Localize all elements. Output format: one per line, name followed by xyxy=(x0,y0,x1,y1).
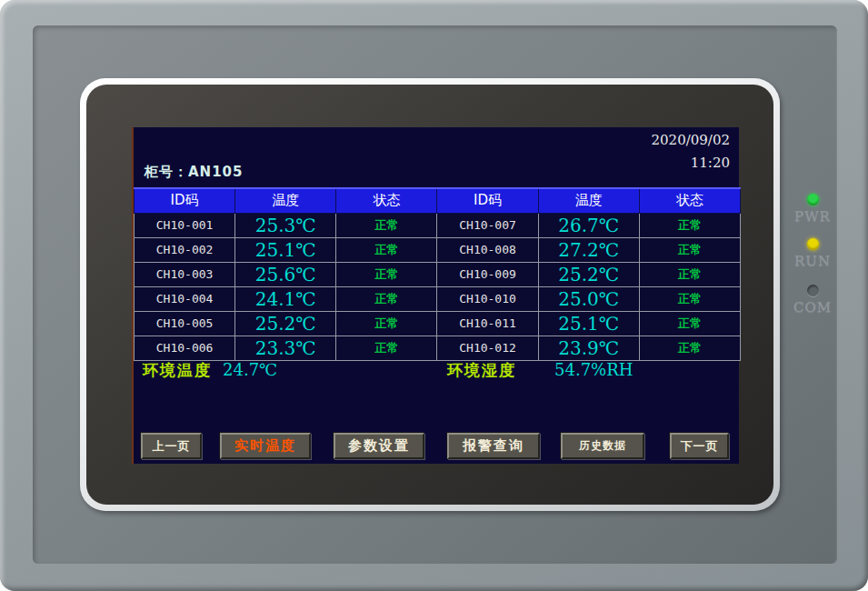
channel-id: CH10-003 xyxy=(135,262,235,286)
ambient-humidity-value: 54.7%RH xyxy=(554,360,633,379)
channel-status: 正常 xyxy=(336,286,437,311)
ambient-temp-label: 环境温度 xyxy=(143,360,212,381)
channel-status: 正常 xyxy=(639,311,740,336)
table-row: CH10-004 24.1℃ 正常 CH10-010 25.0℃ 正常 xyxy=(135,286,741,311)
com-led-label: COM xyxy=(787,299,838,316)
ambient-humidity-label: 环境湿度 xyxy=(447,360,516,381)
channel-temp: 25.1℃ xyxy=(235,237,336,262)
channel-status: 正常 xyxy=(639,286,740,311)
ambient-readouts: 环境温度 24.7℃ 环境湿度 54.7%RH xyxy=(134,356,741,384)
channel-id: CH10-011 xyxy=(437,311,538,336)
lcd-screen: 2020/09/02 11:20 柜号：AN105 ID码 温度 状态 ID码 … xyxy=(132,127,739,464)
col-header-temp-2: 温度 xyxy=(538,188,639,213)
power-led-icon xyxy=(807,194,819,205)
table-row: CH10-001 25.3℃ 正常 CH10-007 26.7℃ 正常 xyxy=(135,213,741,237)
channel-temp: 27.2℃ xyxy=(538,237,639,262)
table-row: CH10-003 25.6℃ 正常 CH10-009 25.2℃ 正常 xyxy=(135,262,741,286)
channel-temp: 26.7℃ xyxy=(538,213,639,237)
channel-id: CH10-002 xyxy=(135,237,235,262)
col-header-status-1: 状态 xyxy=(336,188,437,213)
channel-status: 正常 xyxy=(639,213,740,237)
channel-temp: 25.1℃ xyxy=(538,311,639,336)
channel-id: CH10-007 xyxy=(437,213,538,237)
com-led-icon xyxy=(807,285,819,296)
channel-status: 正常 xyxy=(336,311,437,336)
col-header-id-2: ID码 xyxy=(437,188,538,213)
channel-temp: 25.0℃ xyxy=(538,286,639,311)
parameter-settings-button[interactable]: 参数设置 xyxy=(334,433,424,459)
channel-id: CH10-010 xyxy=(437,286,538,311)
col-header-temp-1: 温度 xyxy=(235,188,336,213)
table-row: CH10-005 25.2℃ 正常 CH10-011 25.1℃ 正常 xyxy=(135,311,741,336)
alarm-query-button[interactable]: 报警查询 xyxy=(447,433,540,459)
device-frame: 2020/09/02 11:20 柜号：AN105 ID码 温度 状态 ID码 … xyxy=(0,0,868,591)
channel-status: 正常 xyxy=(639,262,740,286)
channel-temp: 25.2℃ xyxy=(538,262,639,286)
power-led-label: PWR xyxy=(787,208,838,225)
channel-id: CH10-008 xyxy=(437,237,538,262)
led-run: RUN xyxy=(787,238,838,269)
ambient-temp-value: 24.7℃ xyxy=(223,360,277,379)
table-header-row: ID码 温度 状态 ID码 温度 状态 xyxy=(135,188,741,213)
run-led-label: RUN xyxy=(787,253,838,269)
time-text: 11:20 xyxy=(652,152,730,175)
next-page-button[interactable]: 下一页 xyxy=(670,433,729,459)
channel-temp: 25.6℃ xyxy=(235,262,336,286)
table-row: CH10-002 25.1℃ 正常 CH10-008 27.2℃ 正常 xyxy=(135,237,741,262)
channel-status: 正常 xyxy=(336,213,437,237)
realtime-temp-button[interactable]: 实时温度 xyxy=(220,433,311,459)
col-header-id-1: ID码 xyxy=(135,188,235,213)
run-led-icon xyxy=(807,238,819,250)
led-power: PWR xyxy=(787,194,838,225)
channel-temp: 25.3℃ xyxy=(235,213,336,237)
channel-status: 正常 xyxy=(336,237,437,262)
datetime-display: 2020/09/02 11:20 xyxy=(652,129,730,175)
channel-id: CH10-005 xyxy=(135,311,235,336)
channel-temp: 24.1℃ xyxy=(235,286,336,311)
channel-status: 正常 xyxy=(336,262,437,286)
col-header-status-2: 状态 xyxy=(639,188,740,213)
channel-status: 正常 xyxy=(639,237,740,262)
prev-page-button[interactable]: 上一页 xyxy=(141,433,202,459)
date-text: 2020/09/02 xyxy=(652,129,730,152)
hmi-panel: 2020/09/02 11:20 柜号：AN105 ID码 温度 状态 ID码 … xyxy=(0,0,868,591)
history-data-button[interactable]: 历史数据 xyxy=(561,433,644,459)
channel-temp: 25.2℃ xyxy=(235,311,336,336)
channel-table: ID码 温度 状态 ID码 温度 状态 CH10-001 25.3℃ 正常 CH… xyxy=(134,187,741,361)
cabinet-label: 柜号：AN105 xyxy=(145,164,243,181)
channel-id: CH10-001 xyxy=(135,213,235,237)
led-com: COM xyxy=(787,285,838,316)
channel-id: CH10-004 xyxy=(135,286,235,311)
channel-id: CH10-009 xyxy=(437,262,538,286)
